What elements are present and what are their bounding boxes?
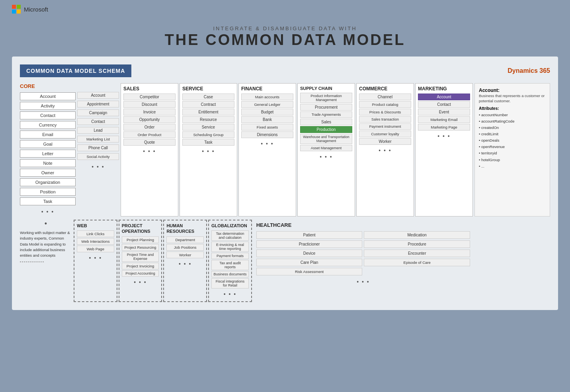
marketing-event: Event bbox=[418, 109, 470, 115]
glob-tax-det: Tax determination and calculaion bbox=[211, 230, 249, 241]
marketing-account: Account bbox=[418, 94, 470, 100]
attr-accountNumber: • accountNumber bbox=[479, 112, 546, 118]
sales-quote: Quote bbox=[123, 139, 176, 146]
core-item-letter: Letter bbox=[20, 150, 76, 158]
sales-sub-social-activity: Social Activity bbox=[77, 153, 119, 160]
attr-territoryid: • territoryid bbox=[479, 150, 546, 156]
commerce-loyalty: Customer loyalty bbox=[359, 131, 411, 137]
account-attributes-list: • accountNumber • accountRatingCode • cr… bbox=[479, 112, 546, 170]
hc-procedure: Procedure bbox=[364, 240, 470, 248]
sales-sub-appointment: Appointment bbox=[77, 101, 119, 107]
sc-warehouse: Warehouse and Transportation Management bbox=[300, 134, 352, 144]
commerce-channel: Channel bbox=[359, 94, 411, 100]
page-header: INTEGRATE & DISAMBIGUATE DATA WITH THE C… bbox=[0, 14, 570, 57]
sc-product-info: Product Information Management bbox=[300, 93, 352, 103]
hc-encounter: Encounter bbox=[364, 250, 470, 257]
bottom-section: • Working with subject matter & industry… bbox=[20, 220, 550, 302]
hc-care-plan: Care Plan bbox=[256, 259, 363, 266]
supply-chain-module: SUPPLY CHAIN Product Information Managem… bbox=[297, 83, 355, 216]
marketing-module: MARKETING Account Contact Event Marketin… bbox=[415, 83, 473, 216]
header-title: THE COMMON DATA MODEL bbox=[8, 31, 562, 49]
finance-fixed-assets: Fixed assets bbox=[241, 124, 293, 131]
proj-accounting: Project Accounting bbox=[122, 270, 159, 277]
project-ops-title: PROJECT OPERATIONS bbox=[122, 223, 159, 234]
commerce-payment: Payment instrument bbox=[359, 123, 411, 130]
sales-sub-more: • • • bbox=[77, 162, 119, 172]
microsoft-logo: Microsoft bbox=[12, 5, 48, 14]
commerce-worker: Worker bbox=[359, 138, 411, 145]
core-item-note: Note bbox=[20, 159, 76, 167]
core-item-task: Task bbox=[20, 197, 76, 205]
core-item-activity: Activity bbox=[20, 102, 76, 110]
finance-main-accounts: Main accounts bbox=[241, 94, 293, 100]
hr-more: • • • bbox=[166, 259, 204, 269]
account-tooltip: Account: Business that represents a cust… bbox=[474, 83, 550, 216]
glob-title: GLOBALIZATION bbox=[211, 223, 249, 228]
connector-line bbox=[20, 261, 44, 262]
proj-invoicing: Project Invoicing bbox=[122, 263, 159, 269]
finance-dimensions: Dimensions bbox=[241, 131, 293, 138]
sc-sales: Sales bbox=[300, 119, 352, 125]
hc-device: Device bbox=[256, 250, 363, 257]
glob-fiscal: Fiscal integrations for Retail bbox=[211, 278, 249, 289]
finance-bank: Bank bbox=[241, 116, 293, 123]
working-text: Working with subject matter & industry e… bbox=[20, 230, 72, 258]
core-item-owner: Owner bbox=[20, 169, 76, 177]
module-columns: SALES Competitor Discount Invoice Opport… bbox=[121, 83, 473, 216]
web-title: WEB bbox=[77, 223, 114, 228]
web-module: WEB Link Clicks Web Interactions Web Pag… bbox=[74, 220, 117, 302]
sales-opportunity: Opportunity bbox=[123, 116, 176, 123]
core-item-position: Position bbox=[20, 188, 76, 196]
core-item-organization: Organization bbox=[20, 178, 76, 186]
sales-order-product: Order Product bbox=[123, 131, 176, 138]
service-entitlement: Entitlement bbox=[182, 109, 234, 115]
marketing-contact: Contact bbox=[418, 101, 470, 108]
commerce-prices: Prices & Discounts bbox=[359, 109, 411, 115]
core-item-currency: Currency bbox=[20, 121, 76, 129]
web-page: Web Page bbox=[77, 246, 114, 252]
glob-payment-formats: Payment formats bbox=[211, 253, 249, 259]
sc-more: • • • bbox=[300, 152, 352, 162]
supply-chain-module-title: SUPPLY CHAIN bbox=[300, 86, 352, 91]
core-item-goal: Goal bbox=[20, 140, 76, 148]
account-tooltip-desc: Business that represents a customer or p… bbox=[479, 93, 546, 104]
microsoft-brand-name: Microsoft bbox=[24, 6, 48, 13]
attr-openRevenue: • openRevenue bbox=[479, 144, 546, 150]
human-resources-module: HUMAN RESOURCES Department Job Positions… bbox=[163, 220, 207, 302]
service-scheduling-group: Scheduling Group bbox=[182, 131, 234, 138]
core-item-email: Email bbox=[20, 131, 76, 138]
sales-more: • • • bbox=[123, 146, 176, 156]
service-more: • • • bbox=[182, 146, 234, 156]
proj-planning: Project Planning bbox=[122, 236, 159, 243]
hc-practicioner: Practicioner bbox=[256, 240, 363, 248]
finance-general-ledger: General Ledger bbox=[241, 101, 293, 108]
sales-sub-campaign: Campaign bbox=[77, 109, 119, 116]
header-subtitle: INTEGRATE & DISAMBIGUATE DATA WITH bbox=[8, 25, 562, 31]
schema-title: COMMON DATA MODEL SCHEMA bbox=[20, 64, 131, 77]
main-container: COMMON DATA MODEL SCHEMA Dynamics 365 CO… bbox=[12, 57, 558, 310]
marketing-more: • • • bbox=[418, 131, 470, 141]
working-text-section: • Working with subject matter & industry… bbox=[20, 220, 72, 265]
attr-createdOn: • createdOn bbox=[479, 125, 546, 131]
service-service: Service bbox=[182, 124, 234, 131]
marketing-module-title: MARKETING bbox=[418, 86, 470, 92]
dynamics-label: Dynamics 365 bbox=[508, 67, 550, 74]
core-item-account: Account bbox=[20, 92, 76, 100]
service-resource: Resource bbox=[182, 116, 234, 123]
account-tooltip-title: Account: bbox=[479, 88, 546, 93]
ms-square-green bbox=[17, 5, 21, 9]
sales-order: Order bbox=[123, 124, 176, 131]
hr-job-positions: Job Positions bbox=[166, 244, 204, 251]
core-items-list: Account Activity Contact Currency Email … bbox=[20, 92, 76, 216]
finance-module: FINANCE Main accounts General Ledger Bud… bbox=[238, 83, 296, 216]
sc-production: Production bbox=[300, 126, 352, 133]
service-contract: Contract bbox=[182, 101, 234, 108]
sales-competitor: Competitor bbox=[123, 94, 176, 100]
hr-worker: Worker bbox=[166, 252, 204, 258]
hc-patient: Patient bbox=[256, 231, 363, 239]
sales-module: SALES Competitor Discount Invoice Opport… bbox=[121, 83, 178, 216]
commerce-more: • • • bbox=[359, 146, 411, 155]
hr-title: HUMAN RESOURCES bbox=[166, 223, 204, 234]
glob-einvoicing: E-invoicing & real time reporting bbox=[211, 242, 249, 252]
sales-sub-marketing-list: Marketing List bbox=[77, 136, 119, 142]
